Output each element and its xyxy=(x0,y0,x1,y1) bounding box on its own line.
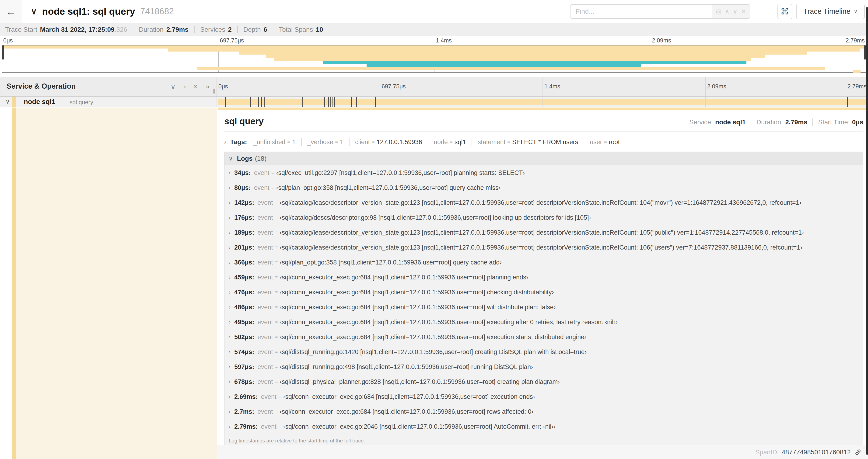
log-expand-chevron-icon[interactable]: › xyxy=(229,334,230,340)
collapse-one-icon[interactable]: ∨ xyxy=(170,83,176,91)
log-row[interactable]: ›2.79ms:event=‹sql/conn_executor_exec.go… xyxy=(224,419,863,434)
log-row[interactable]: ›678μs:event=‹sql/distsql_physical_plann… xyxy=(224,374,863,389)
log-row[interactable]: ›597μs:event=‹sql/distsql_running.go:498… xyxy=(224,359,863,374)
log-expand-chevron-icon[interactable]: › xyxy=(229,170,230,176)
log-row[interactable]: ›2.69ms:event=‹sql/conn_executor_exec.go… xyxy=(224,389,863,404)
log-field-key: event xyxy=(257,349,273,356)
minimap-canvas[interactable] xyxy=(2,45,866,73)
logs-panel: ∨ Logs (18) ›34μs:event=‹sql/exec_util.g… xyxy=(224,152,863,445)
keyboard-shortcuts-button[interactable]: ⌘ xyxy=(777,4,793,19)
summary-value: 2.79ms xyxy=(166,26,189,33)
view-selector-dropdown[interactable]: Trace Timeline ∨ xyxy=(796,4,865,19)
log-expand-chevron-icon[interactable]: › xyxy=(229,408,230,415)
span-name-cell[interactable]: ∨ node sql1 sql query xyxy=(0,97,217,107)
span-row[interactable]: ∨ node sql1 sql query xyxy=(0,97,868,107)
log-marker-tick xyxy=(333,97,333,107)
minimap-drag-handle-right[interactable] xyxy=(864,45,866,60)
log-timestamp: 2.69ms: xyxy=(234,393,258,400)
log-expand-chevron-icon[interactable]: › xyxy=(229,214,230,221)
collapse-trace-chevron-icon[interactable]: ∨ xyxy=(31,6,37,16)
span-collapse-chevron-icon[interactable]: ∨ xyxy=(6,98,10,105)
next-match-icon[interactable]: ∨ xyxy=(733,8,738,15)
link-icon[interactable] xyxy=(854,448,862,456)
log-row[interactable]: ›34μs:event=‹sql/exec_util.go:2297 [nsql… xyxy=(224,165,863,180)
log-field-key: event xyxy=(257,363,273,371)
log-expand-chevron-icon[interactable]: › xyxy=(229,393,230,400)
equals-sign: = xyxy=(275,334,278,340)
tag-value: 127.0.0.1:59936 xyxy=(377,138,422,146)
log-marker-tick xyxy=(328,97,329,107)
log-expand-chevron-icon[interactable]: › xyxy=(229,229,230,236)
log-marker-tick xyxy=(236,97,236,107)
log-expand-chevron-icon[interactable]: › xyxy=(229,304,230,310)
log-expand-chevron-icon[interactable]: › xyxy=(229,364,230,370)
log-expand-chevron-icon[interactable]: › xyxy=(229,319,230,325)
grid-line xyxy=(705,97,706,107)
collapse-all-icon[interactable]: » xyxy=(192,85,200,89)
log-row[interactable]: ›201μs:event=‹sql/catalog/lease/descript… xyxy=(224,240,863,255)
vertical-scrollbar[interactable] xyxy=(866,7,868,455)
span-detail-meta: Service:node sql1Duration:2.79msStart Ti… xyxy=(689,119,863,126)
log-row[interactable]: ›495μs:event=‹sql/conn_executor_exec.go:… xyxy=(224,315,863,330)
tick-label: 1.4ms xyxy=(545,83,560,90)
log-row[interactable]: ›142μs:event=‹sql/catalog/lease/descript… xyxy=(224,195,863,210)
log-field-key: event xyxy=(261,393,277,400)
log-expand-chevron-icon[interactable]: › xyxy=(229,199,230,206)
log-row[interactable]: ›366μs:event=‹sql/plan_opt.go:358 [nsql1… xyxy=(224,255,863,270)
log-row[interactable]: ›176μs:event=‹sql/catalog/descs/descript… xyxy=(224,210,863,225)
tags-expand-chevron-icon[interactable]: › xyxy=(224,138,226,146)
expand-all-icon[interactable]: » xyxy=(206,83,210,91)
tag-value: SELECT * FROM users xyxy=(512,138,578,146)
log-expand-chevron-icon[interactable]: › xyxy=(229,244,230,251)
log-row[interactable]: ›486μs:event=‹sql/conn_executor_exec.go:… xyxy=(224,300,863,315)
minimap-drag-handle-left[interactable] xyxy=(2,45,4,60)
log-field-key: event xyxy=(257,408,273,415)
span-id-value: 4877749850101760812 xyxy=(782,449,851,456)
tags-section[interactable]: › Tags: _unfinished=1_verbose=1client=12… xyxy=(224,137,863,147)
log-expand-chevron-icon[interactable]: › xyxy=(229,289,230,296)
clear-search-icon[interactable]: ✕ xyxy=(741,8,746,15)
back-button[interactable]: ← xyxy=(0,0,22,23)
log-row[interactable]: ›574μs:event=‹sql/distsql_running.go:142… xyxy=(224,345,863,359)
log-expand-chevron-icon[interactable]: › xyxy=(229,259,230,266)
summary-value: 2 xyxy=(228,26,232,33)
log-field-value: ‹sql/exec_util.go:2297 [nsql1,client=127… xyxy=(276,169,525,176)
log-row[interactable]: ›502μs:event=‹sql/conn_executor_exec.go:… xyxy=(224,330,863,345)
find-group: ◎ ∧ ∨ ✕ xyxy=(570,4,750,19)
log-field-value: ‹sql/distsql_running.go:498 [nsql1,clien… xyxy=(280,363,533,371)
log-expand-chevron-icon[interactable]: › xyxy=(229,423,230,430)
tag-key: client xyxy=(355,138,370,146)
span-duration-bar[interactable] xyxy=(218,99,866,105)
find-input[interactable] xyxy=(570,5,712,18)
equals-sign: = xyxy=(372,139,375,145)
column-resizer-grip[interactable]: ‖ xyxy=(213,88,216,95)
log-row[interactable]: ›189μs:event=‹sql/catalog/lease/descript… xyxy=(224,225,863,240)
log-expand-chevron-icon[interactable]: › xyxy=(229,379,230,385)
prev-match-icon[interactable]: ∧ xyxy=(725,8,730,15)
log-row[interactable]: ›80μs:event=‹sql/plan_opt.go:358 [nsql1,… xyxy=(224,180,863,195)
log-row[interactable]: ›476μs:event=‹sql/conn_executor_exec.go:… xyxy=(224,285,863,300)
log-expand-chevron-icon[interactable]: › xyxy=(229,274,230,281)
log-field-key: event xyxy=(257,229,273,236)
span-bar-cell[interactable] xyxy=(217,97,868,107)
equals-sign: = xyxy=(278,424,281,430)
summary-label: Depth xyxy=(243,26,261,33)
summary-value: 6 xyxy=(264,26,268,33)
logs-header[interactable]: ∨ Logs (18) xyxy=(224,152,863,165)
logs-collapse-chevron-icon[interactable]: ∨ xyxy=(229,155,233,162)
log-row[interactable]: ›2.7ms:event=‹sql/conn_executor_exec.go:… xyxy=(224,404,863,419)
tag-item: client=127.0.0.1:59936 xyxy=(355,138,422,146)
log-row[interactable]: ›459μs:event=‹sql/conn_executor_exec.go:… xyxy=(224,270,863,285)
equals-sign: = xyxy=(604,139,607,145)
log-expand-chevron-icon[interactable]: › xyxy=(229,185,230,191)
expand-one-icon[interactable]: › xyxy=(184,83,186,91)
divider xyxy=(584,138,584,146)
log-field-value: ‹sql/conn_executor_exec.go:684 [nsql1,cl… xyxy=(280,408,533,415)
locate-icon[interactable]: ◎ xyxy=(716,8,721,15)
log-expand-chevron-icon[interactable]: › xyxy=(229,349,230,355)
trace-title-group[interactable]: ∨ node sql1: sql query 7418682 xyxy=(31,0,174,23)
log-field-value: ‹sql/conn_executor_exec.go:684 [nsql1,cl… xyxy=(280,319,618,326)
log-field-value: ‹sql/distsql_physical_planner.go:828 [ns… xyxy=(280,378,560,386)
tag-key: user xyxy=(590,138,602,146)
log-timestamp: 189μs: xyxy=(234,229,254,236)
